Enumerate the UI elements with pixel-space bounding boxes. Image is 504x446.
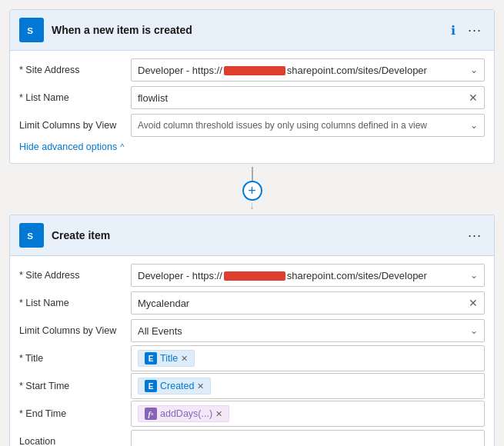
trigger-card-body: * Site Address Developer - https://share… (10, 51, 494, 163)
action-location-label: Location (19, 436, 131, 446)
connector-arrow: ↓ (249, 199, 255, 211)
trigger-more-button[interactable]: ··· (465, 21, 485, 40)
action-title-control[interactable]: E Title ✕ (131, 345, 485, 371)
end-time-chip-label: addDays(...) (160, 408, 212, 419)
title-chip-remove[interactable]: ✕ (181, 354, 188, 364)
action-end-time-label: * End Time (19, 408, 131, 419)
action-location-row: Location (19, 428, 485, 446)
svg-text:S: S (27, 25, 33, 35)
trigger-site-address-control[interactable]: Developer - https://sharepoint.com/sites… (131, 58, 485, 82)
action-card-header: S Create item ··· (10, 215, 494, 256)
trigger-info-button[interactable]: ℹ (448, 22, 459, 39)
trigger-list-name-value: flowlist (138, 92, 168, 104)
action-list-name-clear[interactable]: ✕ (469, 297, 478, 309)
trigger-limit-cols-control[interactable]: Avoid column threshold issues by only us… (131, 114, 485, 137)
hide-advanced-link[interactable]: Hide advanced options ^ (19, 141, 485, 152)
trigger-card-header: S When a new item is created ℹ ··· (10, 10, 494, 51)
hide-advanced-label: Hide advanced options (19, 141, 117, 152)
start-time-chip-remove[interactable]: ✕ (197, 381, 204, 391)
action-end-time-row: * End Time fx addDays(...) ✕ (19, 401, 485, 427)
trigger-list-name-row: * List Name flowlist ✕ (19, 85, 485, 111)
sharepoint-icon-trigger: S (19, 18, 44, 42)
action-title-row: * Title E Title ✕ (19, 345, 485, 371)
action-card-body: * Site Address Developer - https://share… (10, 256, 494, 446)
action-location-control[interactable] (131, 430, 485, 446)
action-limit-cols-row: Limit Columns by View All Events ⌄ (19, 318, 485, 344)
end-time-chip-remove[interactable]: ✕ (215, 409, 222, 419)
title-chip-label: Title (160, 353, 178, 364)
action-limit-dropdown-arrow: ⌄ (470, 325, 478, 336)
action-card-title: Create item (52, 229, 457, 241)
action-header-actions: ··· (465, 226, 485, 245)
redacted-domain-trigger (224, 66, 285, 75)
svg-text:S: S (27, 231, 33, 241)
chevron-up-icon: ^ (120, 142, 124, 151)
end-time-chip-icon: fx (145, 408, 157, 420)
trigger-card-title: When a new item is created (52, 24, 440, 36)
trigger-header-actions: ℹ ··· (448, 21, 485, 40)
sharepoint-icon-action: S (19, 223, 44, 248)
trigger-site-address-value: Developer - https://sharepoint.com/sites… (138, 65, 427, 76)
action-end-time-control[interactable]: fx addDays(...) ✕ (131, 401, 485, 427)
connector-line-top (252, 167, 253, 181)
action-start-time-row: * Start Time E Created ✕ (19, 373, 485, 399)
trigger-site-address-row: * Site Address Developer - https://share… (19, 57, 485, 83)
action-list-name-control[interactable]: Mycalendar ✕ (131, 291, 485, 315)
start-time-chip-label: Created (160, 381, 194, 391)
end-time-chip[interactable]: fx addDays(...) ✕ (138, 405, 229, 422)
connector: + ↓ (9, 164, 495, 215)
add-step-button[interactable]: + (242, 181, 262, 201)
action-start-time-label: * Start Time (19, 381, 131, 391)
trigger-limit-cols-row: Limit Columns by View Avoid column thres… (19, 112, 485, 138)
action-limit-cols-label: Limit Columns by View (19, 325, 131, 336)
action-limit-cols-value: All Events (138, 325, 182, 337)
trigger-list-name-control[interactable]: flowlist ✕ (131, 86, 485, 109)
action-card: S Create item ··· * Site Address Develop… (9, 215, 495, 446)
redacted-domain-action (224, 271, 285, 281)
start-time-chip[interactable]: E Created ✕ (138, 378, 211, 394)
action-title-label: * Title (19, 353, 131, 364)
action-list-name-row: * List Name Mycalendar ✕ (19, 290, 485, 316)
action-start-time-control[interactable]: E Created ✕ (131, 373, 485, 399)
trigger-site-address-label: * Site Address (19, 65, 131, 75)
trigger-limit-dropdown-arrow: ⌄ (470, 120, 478, 131)
trigger-site-dropdown-arrow: ⌄ (470, 65, 478, 75)
action-list-name-label: * List Name (19, 298, 131, 308)
action-more-button[interactable]: ··· (465, 226, 485, 245)
trigger-card: S When a new item is created ℹ ··· * Sit… (9, 9, 495, 164)
title-chip[interactable]: E Title ✕ (138, 350, 195, 367)
trigger-list-name-clear[interactable]: ✕ (469, 92, 478, 104)
trigger-list-name-label: * List Name (19, 92, 131, 103)
action-limit-cols-control[interactable]: All Events ⌄ (131, 319, 485, 342)
action-list-name-value: Mycalendar (138, 298, 189, 309)
trigger-limit-cols-label: Limit Columns by View (19, 120, 131, 131)
action-site-address-control[interactable]: Developer - https://sharepoint.com/sites… (131, 264, 485, 287)
action-site-address-value: Developer - https://sharepoint.com/sites… (138, 270, 427, 281)
action-site-address-label: * Site Address (19, 270, 131, 281)
action-site-address-row: * Site Address Developer - https://share… (19, 262, 485, 288)
action-site-dropdown-arrow: ⌄ (470, 270, 478, 281)
title-chip-icon: E (145, 352, 157, 364)
trigger-limit-cols-value: Avoid column threshold issues by only us… (138, 120, 464, 131)
start-time-chip-icon: E (145, 380, 157, 392)
